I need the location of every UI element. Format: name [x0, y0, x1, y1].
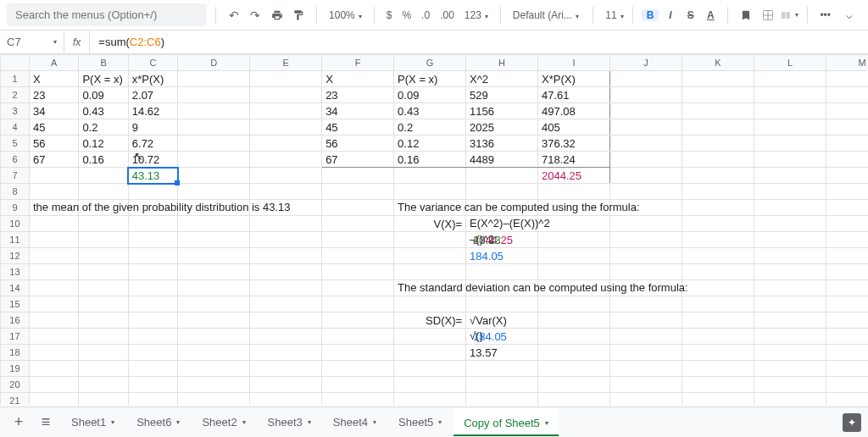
cell-F3[interactable]: 34 [322, 103, 394, 119]
cell-E13[interactable] [250, 264, 322, 280]
cell-C21[interactable] [128, 393, 177, 406]
cell-G19[interactable] [394, 361, 466, 377]
cell-D4[interactable] [178, 119, 250, 136]
cell-L8[interactable] [754, 184, 826, 200]
cell-D5[interactable] [178, 136, 250, 152]
cell-G13[interactable] [394, 264, 466, 280]
font-family-select[interactable]: Default (Ari... [509, 9, 584, 21]
cell-E11[interactable] [250, 232, 322, 248]
cell-G1[interactable]: P(X = x) [394, 71, 466, 87]
cell-F7[interactable] [322, 168, 394, 184]
explore-button[interactable]: ✦ [843, 413, 861, 432]
cell-I2[interactable]: 47.61 [538, 87, 610, 103]
cell-M7[interactable] [826, 168, 868, 184]
cell-B18[interactable] [79, 345, 128, 361]
cell-D18[interactable] [178, 345, 250, 361]
all-sheets-button[interactable]: ≡ [34, 411, 58, 434]
cell-F11[interactable] [322, 232, 394, 248]
cell-F17[interactable] [322, 329, 394, 345]
cell-F16[interactable] [322, 313, 394, 329]
cell-A15[interactable] [29, 296, 78, 313]
cell-B2[interactable]: 0.09 [79, 87, 128, 103]
cell-D19[interactable] [178, 361, 250, 377]
cell-C10[interactable] [128, 216, 177, 232]
cell-A1[interactable]: X [29, 71, 78, 87]
cell-C8[interactable] [128, 184, 177, 200]
format-percent-button[interactable]: % [398, 9, 415, 21]
cell-G5[interactable]: 0.12 [394, 136, 466, 152]
cell-E18[interactable] [250, 345, 322, 361]
cell-E19[interactable] [250, 361, 322, 377]
cell-F13[interactable] [322, 264, 394, 280]
cell-L5[interactable] [754, 136, 826, 152]
cell-C14[interactable] [128, 280, 177, 296]
cell-D8[interactable] [178, 184, 250, 200]
cell-G11[interactable] [394, 232, 466, 248]
cell-C11[interactable] [128, 232, 177, 248]
cell-L15[interactable] [754, 296, 826, 313]
cell-C7[interactable]: 43.13 [128, 168, 177, 184]
cell-G15[interactable] [394, 296, 466, 313]
cell-B7[interactable] [79, 168, 128, 184]
cell-E2[interactable] [250, 87, 322, 103]
cell-L7[interactable] [754, 168, 826, 184]
cell-C4[interactable]: 9 [128, 119, 177, 136]
cell-D20[interactable] [178, 377, 250, 393]
cell-K19[interactable] [682, 361, 754, 377]
cell-I11[interactable] [538, 232, 610, 248]
cell-E15[interactable] [250, 296, 322, 313]
cell-G7[interactable] [394, 168, 466, 184]
cell-A12[interactable] [29, 248, 78, 264]
cell-G18[interactable] [394, 345, 466, 361]
zoom-select[interactable]: 100% [326, 9, 365, 21]
cell-J2[interactable] [610, 87, 682, 103]
cell-B1[interactable]: P(X = x) [79, 71, 128, 87]
cell-J7[interactable] [610, 168, 682, 184]
cell-A19[interactable] [29, 361, 78, 377]
cell-A11[interactable] [29, 232, 78, 248]
cell-A8[interactable] [29, 184, 78, 200]
cell-H17[interactable]: √(184.05) [466, 329, 538, 345]
cell-K18[interactable] [682, 345, 754, 361]
cell-A9[interactable]: the mean of the given probability distri… [29, 200, 78, 216]
cell-E4[interactable] [250, 119, 322, 136]
cell-L6[interactable] [754, 152, 826, 168]
row-header[interactable]: 13 [1, 264, 30, 280]
cell-L19[interactable] [754, 361, 826, 377]
row-header[interactable]: 14 [1, 280, 30, 296]
cell-J19[interactable] [610, 361, 682, 377]
cell-A5[interactable]: 56 [29, 136, 78, 152]
cell-I3[interactable]: 497.08 [538, 103, 610, 119]
cell-C6[interactable]: 10.72 [128, 152, 177, 168]
name-box[interactable]: C7 [0, 30, 64, 53]
paint-format-icon[interactable] [290, 6, 309, 25]
cell-G17[interactable] [394, 329, 466, 345]
cell-D13[interactable] [178, 264, 250, 280]
formula-input[interactable]: =sum(C2:C6) [90, 36, 868, 48]
cell-G21[interactable] [394, 393, 466, 406]
text-color-button[interactable]: A [703, 9, 720, 21]
cell-F5[interactable]: 56 [322, 136, 394, 152]
row-header[interactable]: 11 [1, 232, 30, 248]
cell-L10[interactable] [754, 216, 826, 232]
cell-A18[interactable] [29, 345, 78, 361]
cell-J12[interactable] [610, 248, 682, 264]
cell-C12[interactable] [128, 248, 177, 264]
cell-K2[interactable] [682, 87, 754, 103]
more-toolbar-button[interactable]: ••• [816, 9, 834, 21]
cell-F8[interactable] [322, 184, 394, 200]
cell-K13[interactable] [682, 264, 754, 280]
cell-C1[interactable]: x*P(X) [128, 71, 177, 87]
cell-L3[interactable] [754, 103, 826, 119]
cell-B14[interactable] [79, 280, 128, 296]
format-currency-button[interactable]: $ [383, 9, 396, 21]
cell-H10[interactable]: E(X^2)–(E(X))^2 [466, 216, 538, 232]
cell-G9[interactable]: The variance can be computed using the f… [394, 200, 466, 216]
cell-K12[interactable] [682, 248, 754, 264]
cell-E6[interactable] [250, 152, 322, 168]
row-header[interactable]: 8 [1, 184, 30, 200]
cell-H6[interactable]: 4489 [466, 152, 538, 168]
cell-A4[interactable]: 45 [29, 119, 78, 136]
cell-K4[interactable] [682, 119, 754, 136]
cell-L14[interactable] [754, 280, 826, 296]
